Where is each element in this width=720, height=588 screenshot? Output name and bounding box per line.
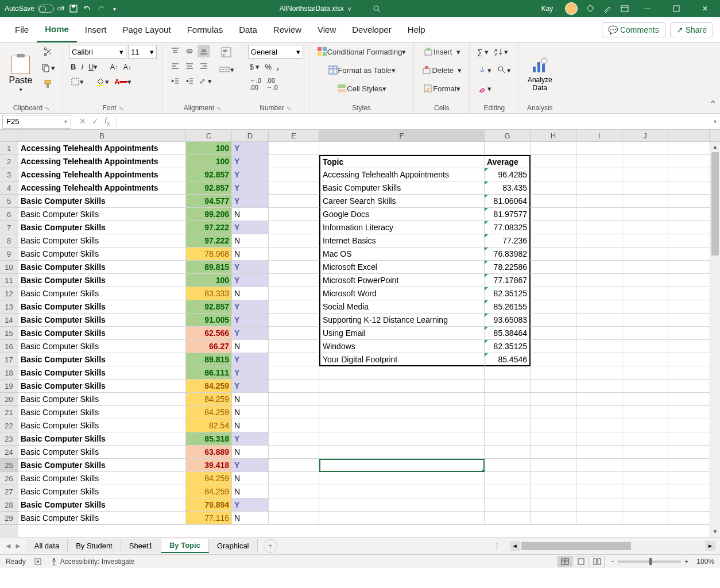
cell[interactable] <box>531 234 576 247</box>
cell[interactable]: Career Search Skills <box>319 195 485 208</box>
cell[interactable] <box>485 459 531 472</box>
cell[interactable] <box>622 314 668 327</box>
cell[interactable]: Accessing Telehealth Appointments <box>18 168 186 181</box>
maximize-button[interactable] <box>666 0 687 17</box>
cell[interactable]: N <box>232 472 269 485</box>
cell[interactable]: Y <box>232 314 269 327</box>
cell[interactable]: Social Media <box>319 300 485 314</box>
share-button[interactable]: ↗Share <box>670 22 713 37</box>
zoom-out-button[interactable]: − <box>610 558 614 566</box>
row-header[interactable]: 20 <box>0 393 18 406</box>
cell[interactable]: Accessing Telehealth Appointments <box>18 181 186 195</box>
new-sheet-button[interactable]: + <box>264 539 277 553</box>
decrease-font-icon[interactable]: A↓ <box>122 61 133 73</box>
cell[interactable]: Basic Computer Skills <box>18 419 186 432</box>
cell[interactable] <box>269 472 319 485</box>
zoom-level[interactable]: 100% <box>696 558 714 566</box>
font-launcher-icon[interactable]: ⤡ <box>119 105 123 111</box>
cell[interactable]: Y <box>232 181 269 195</box>
cell[interactable]: Microsoft Word <box>319 287 485 300</box>
decrease-decimal-icon[interactable]: .00→.0 <box>265 75 280 92</box>
cell[interactable]: 84.259 <box>186 485 232 498</box>
cell[interactable] <box>269 498 319 512</box>
cell[interactable] <box>576 142 622 155</box>
cell[interactable] <box>622 485 668 498</box>
cell[interactable]: 83.435 <box>485 181 531 195</box>
row-header[interactable]: 22 <box>0 419 18 432</box>
fill-color-icon[interactable]: ▾ <box>94 75 111 88</box>
row-header[interactable]: 12 <box>0 287 18 300</box>
number-launcher-icon[interactable]: ⤡ <box>287 105 291 111</box>
cell[interactable]: 86.111 <box>186 366 232 380</box>
copy-icon[interactable]: ▾ <box>39 61 57 75</box>
font-size-combo[interactable]: 11▾ <box>128 45 157 59</box>
search-icon[interactable] <box>372 4 381 13</box>
cell[interactable] <box>576 155 622 168</box>
cell[interactable]: Using Email <box>319 327 485 340</box>
select-all-corner[interactable] <box>0 130 18 142</box>
cell[interactable] <box>319 512 485 525</box>
cell[interactable]: Google Docs <box>319 208 485 221</box>
cell[interactable] <box>269 446 319 459</box>
cell[interactable]: Y <box>232 432 269 446</box>
title-dropdown-icon[interactable]: ∨ <box>347 6 351 12</box>
cell[interactable]: N <box>232 419 269 432</box>
cell[interactable]: Basic Computer Skills <box>18 512 186 525</box>
cell[interactable]: Basic Computer Skills <box>18 261 186 274</box>
cell[interactable] <box>319 459 485 472</box>
increase-indent-icon[interactable] <box>183 75 196 87</box>
cell[interactable]: N <box>232 393 269 406</box>
cell[interactable]: Basic Computer Skills <box>18 247 186 261</box>
cell[interactable]: 97.222 <box>186 234 232 247</box>
row-header[interactable]: 8 <box>0 234 18 247</box>
cell[interactable] <box>531 366 576 380</box>
cell[interactable] <box>531 221 576 234</box>
cell[interactable] <box>319 419 485 432</box>
cell[interactable] <box>531 432 576 446</box>
row-header[interactable]: 26 <box>0 472 18 485</box>
underline-button[interactable]: U ▾ <box>87 61 99 73</box>
cell[interactable] <box>269 366 319 380</box>
cell[interactable] <box>576 432 622 446</box>
column-header[interactable]: C <box>186 130 232 142</box>
cell[interactable]: 89.815 <box>186 353 232 366</box>
fx-icon[interactable]: fx <box>104 116 110 127</box>
cell[interactable]: N <box>232 247 269 261</box>
cell[interactable] <box>531 155 576 168</box>
cell[interactable] <box>269 142 319 155</box>
cell[interactable] <box>485 419 531 432</box>
cell[interactable]: Basic Computer Skills <box>18 393 186 406</box>
tab-review[interactable]: Review <box>265 17 309 42</box>
undo-icon[interactable] <box>83 4 92 13</box>
cell[interactable]: 63.889 <box>186 446 232 459</box>
cell[interactable]: 96.4285 <box>485 168 531 181</box>
redo-icon[interactable] <box>96 4 106 13</box>
row-header[interactable]: 18 <box>0 366 18 380</box>
cell[interactable] <box>319 393 485 406</box>
cell[interactable]: Accessing Telehealth Appointments <box>319 168 485 181</box>
diamond-icon[interactable] <box>586 4 595 13</box>
cell[interactable] <box>485 498 531 512</box>
cell[interactable]: 78.22586 <box>485 261 531 274</box>
cell[interactable] <box>531 472 576 485</box>
cancel-formula-icon[interactable]: ✕ <box>79 117 86 126</box>
cell[interactable]: 97.222 <box>186 221 232 234</box>
cell[interactable]: N <box>232 208 269 221</box>
merge-icon[interactable]: ▾ <box>217 62 236 77</box>
cell[interactable] <box>576 419 622 432</box>
cell[interactable] <box>269 393 319 406</box>
cell[interactable] <box>269 287 319 300</box>
cell[interactable]: Average <box>485 155 531 168</box>
cell[interactable]: 84.259 <box>186 406 232 419</box>
cell[interactable] <box>622 155 668 168</box>
cell[interactable]: Basic Computer Skills <box>18 314 186 327</box>
cell[interactable] <box>576 498 622 512</box>
cell[interactable] <box>531 380 576 393</box>
cell[interactable] <box>576 208 622 221</box>
cell[interactable]: Basic Computer Skills <box>18 485 186 498</box>
cell[interactable] <box>269 432 319 446</box>
cell[interactable] <box>622 261 668 274</box>
cell[interactable] <box>531 142 576 155</box>
cell[interactable] <box>269 485 319 498</box>
conditional-formatting-button[interactable]: Conditional Formatting ▾ <box>315 45 408 59</box>
